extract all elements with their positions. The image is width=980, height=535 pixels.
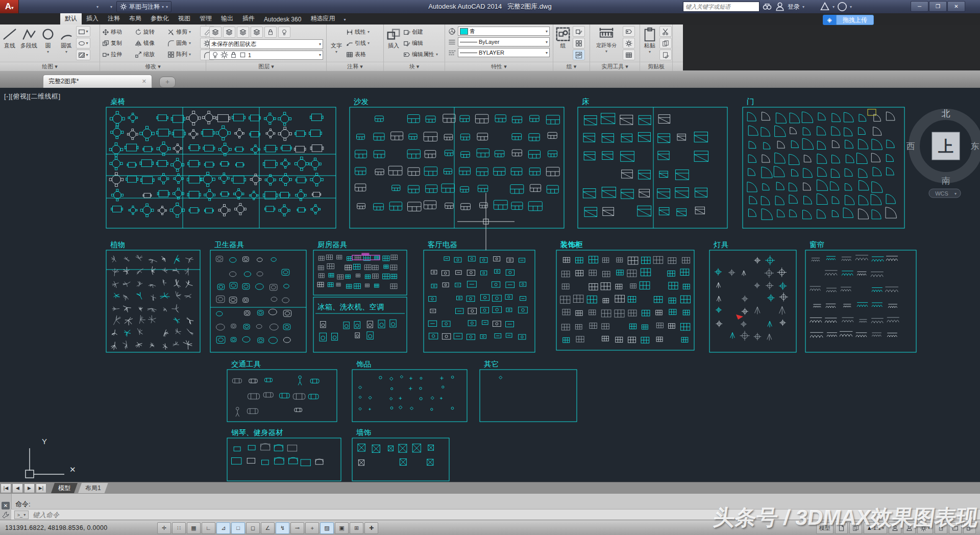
quick-select-button[interactable] [623, 26, 635, 37]
search-icon[interactable] [762, 2, 772, 12]
command-close-button[interactable]: ✕ [2, 502, 10, 509]
copy-clip-button[interactable] [659, 38, 672, 48]
search-input[interactable] [683, 2, 760, 12]
status-toggle-13[interactable]: ⊞ [350, 522, 363, 534]
mirror-button[interactable]: 镜像 [134, 38, 166, 49]
fillet-button[interactable]: 圆角▾ [166, 38, 199, 49]
signin-button[interactable]: 登录 [788, 3, 800, 11]
tab-annotate[interactable]: 注释 [103, 13, 125, 25]
status-toggle-3[interactable]: ∟ [202, 522, 215, 534]
subcategory-label[interactable]: 冰箱、洗衣机、空调 [317, 303, 384, 311]
category-box-15[interactable]: 钢琴、健身器材 [227, 428, 341, 481]
copy-button[interactable]: 复制 [101, 38, 134, 49]
command-input[interactable] [32, 510, 238, 519]
model-canvas[interactable]: 桌椅沙发床门植物卫生器具厨房器具冰箱、洗衣机、空调客厅电器装饰柜灯具窗帘交通工具… [0, 88, 980, 482]
status-toggle-2[interactable]: ▦ [187, 522, 201, 534]
rectangle-button[interactable]: ▾ [76, 26, 90, 37]
dimension-button[interactable]: 线性▾ [346, 27, 370, 38]
tab-insert[interactable]: 插入 [82, 13, 103, 25]
category-box-7[interactable]: 冰箱、洗衣机、空调 [313, 297, 407, 352]
group-button[interactable]: 组 [554, 26, 572, 60]
layer-properties-button[interactable] [209, 27, 222, 38]
tab-default[interactable]: 默认 [60, 13, 82, 25]
new-drawing-tab-button[interactable]: ＋ [159, 77, 176, 88]
layer-freeze-button[interactable] [251, 27, 263, 38]
help-icon[interactable]: ? [837, 2, 847, 12]
ungroup-button[interactable] [573, 26, 585, 37]
category-box-2[interactable]: 床 [578, 98, 727, 228]
category-label[interactable]: 墙饰 [356, 428, 372, 436]
text-button[interactable]: A文字▾ [328, 26, 345, 60]
category-label[interactable]: 窗帘 [810, 240, 824, 249]
new-file-button[interactable] [22, 2, 35, 12]
create-block-button[interactable]: 创建 [403, 27, 438, 38]
panel-title-properties[interactable]: 特性 ▾ [445, 62, 553, 71]
arc-button[interactable]: 圆弧▾ [58, 26, 75, 60]
paste-special-button[interactable] [659, 50, 672, 60]
category-label[interactable]: 门 [747, 98, 754, 106]
tab-parametric[interactable]: 参数化 [146, 13, 174, 25]
linetype-dropdown[interactable]: BYLAYER▾ [458, 48, 550, 57]
tab-view[interactable]: 视图 [174, 13, 195, 25]
status-toggle-9[interactable]: ⊸ [290, 522, 304, 534]
category-box-10[interactable]: 灯具 [709, 240, 796, 352]
lineweight-dropdown[interactable]: ByLayer▾ [458, 37, 550, 46]
command-prompt-icon[interactable]: >_▾ [14, 510, 29, 519]
viewcube[interactable]: 北南西东上WCS▾ [906, 109, 979, 198]
circle-button[interactable]: 圆▾ [39, 26, 57, 60]
redo-button[interactable]: ▾ [105, 2, 117, 12]
category-label[interactable]: 厨房器具 [317, 240, 348, 249]
edit-block-button[interactable]: 编辑 [403, 38, 438, 49]
tab-autodesk360[interactable]: Autodesk 360 [259, 14, 306, 25]
category-box-12[interactable]: 交通工具 [227, 360, 337, 422]
category-box-9[interactable]: 装饰柜 [556, 240, 694, 350]
undo-button[interactable]: ▾ [91, 2, 104, 12]
category-label[interactable]: 床 [582, 98, 590, 106]
category-label[interactable]: 钢琴、健身器材 [231, 428, 283, 436]
array-button[interactable]: 阵列▾ [166, 49, 199, 60]
save-button[interactable] [50, 2, 62, 12]
panel-title-group[interactable]: 组 ▾ [553, 62, 590, 71]
autocad-logo-icon[interactable]: A▾ [0, 0, 19, 13]
viewport-controls[interactable]: [-][俯视][二维线框] [4, 92, 61, 101]
panel-title-annotate[interactable]: 注释 ▾ [327, 62, 384, 71]
close-button[interactable]: ✕ [947, 1, 965, 12]
cut-button[interactable] [659, 26, 672, 37]
group-select-button[interactable] [573, 50, 585, 60]
panel-title-modify[interactable]: 修改 ▾ [100, 62, 206, 71]
category-label[interactable]: 装饰柜 [560, 240, 583, 249]
category-label[interactable]: 其它 [484, 360, 499, 368]
edit-attributes-button[interactable]: 编辑属性▾ [403, 49, 438, 60]
category-box-14[interactable]: 其它 [480, 360, 577, 422]
category-box-6[interactable]: 厨房器具 [313, 240, 407, 295]
next-tab-button[interactable]: ▶ [24, 483, 35, 493]
group-edit-button[interactable] [573, 38, 585, 48]
category-label[interactable]: 沙发 [354, 98, 369, 106]
model-tab[interactable]: 模型 [51, 483, 78, 493]
move-button[interactable]: 移动 [101, 27, 134, 38]
status-toggle-7[interactable]: ∠ [261, 522, 275, 534]
status-toggle-5[interactable]: □ [231, 522, 245, 534]
panel-title-clipboard[interactable]: 剪贴板 [640, 62, 673, 71]
polyline-button[interactable]: 多段线 [19, 26, 38, 60]
category-box-13[interactable]: 饰品 [352, 360, 467, 422]
viewcube-north[interactable]: 北 [942, 109, 950, 118]
category-label[interactable]: 交通工具 [231, 360, 261, 368]
panel-title-draw[interactable]: 绘图 ▾ [0, 62, 100, 71]
leader-button[interactable]: 引线▾ [346, 38, 370, 49]
category-box-5[interactable]: 卫生器具 [210, 240, 306, 352]
minimize-button[interactable]: ─ [911, 1, 928, 12]
category-box-16[interactable]: 墙饰 [352, 428, 449, 481]
category-label[interactable]: 饰品 [356, 360, 371, 368]
tab-manage[interactable]: 管理 [195, 13, 216, 25]
category-label[interactable]: 客厅电器 [428, 240, 457, 249]
paste-button[interactable]: 粘贴▾ [641, 26, 658, 60]
status-toggle-8[interactable]: ↯ [276, 522, 289, 534]
category-box-4[interactable]: 植物 [106, 240, 200, 352]
close-tab-icon[interactable]: ✕ [142, 78, 146, 85]
document-tab[interactable]: 完整2图库* ✕ [43, 75, 152, 88]
hatch-button[interactable]: ▾ [76, 50, 90, 60]
save-as-button[interactable] [64, 2, 76, 12]
plot-button[interactable] [78, 2, 90, 12]
viewcube-south[interactable]: 南 [942, 176, 950, 186]
